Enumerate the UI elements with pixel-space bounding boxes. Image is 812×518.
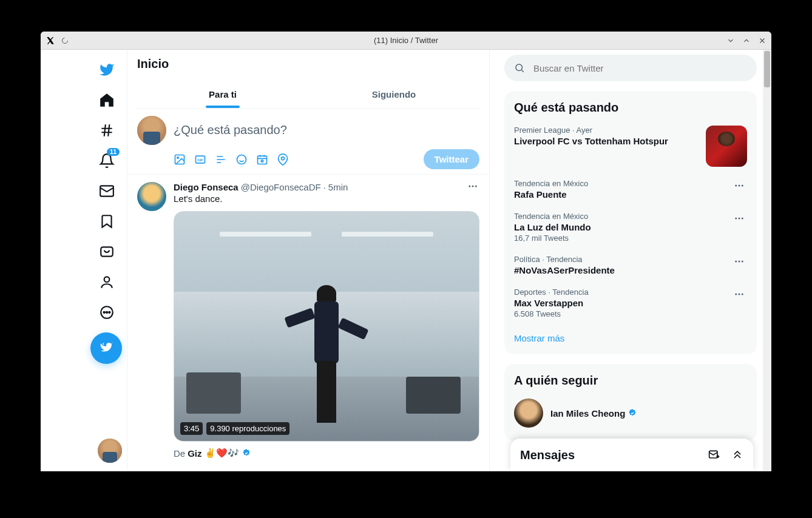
loading-icon (60, 36, 70, 45)
trend-more-icon[interactable] (731, 178, 747, 196)
poll-icon[interactable] (215, 153, 227, 166)
twitter-logo[interactable] (92, 55, 122, 85)
video-duration: 3:45 (180, 422, 203, 435)
trends-title: Qué está pasando (504, 98, 757, 119)
scrollbar[interactable] (763, 50, 771, 471)
svg-point-5 (104, 312, 105, 313)
trend-more-icon[interactable] (731, 286, 747, 304)
account-avatar[interactable] (98, 439, 122, 463)
tweet-author-name[interactable]: Diego Fonseca (174, 182, 239, 192)
trend-more-icon[interactable] (731, 254, 747, 272)
tweet-source[interactable]: De Giz ✌️❤️🎶 (174, 448, 479, 459)
svg-point-17 (472, 185, 474, 187)
nav-bookmarks[interactable] (92, 206, 122, 237)
timeline-tabs: Para ti Siguiendo (137, 81, 479, 109)
trends-show-more[interactable]: Mostrar más (504, 325, 757, 352)
source-emojis: ✌️❤️🎶 (205, 448, 239, 459)
titlebar: (11) Inicio / Twitter (41, 32, 771, 50)
svg-point-29 (735, 294, 737, 295)
trend-count: 6.508 Tweets (514, 309, 731, 318)
svg-point-3 (104, 277, 110, 282)
messages-drawer[interactable]: Mensajes (510, 439, 753, 471)
nav-messages[interactable] (92, 176, 122, 206)
nav-explore[interactable] (92, 115, 122, 146)
trend-meta: Premier League · Ayer (514, 126, 699, 135)
tweet-submit-button[interactable]: Twittear (424, 149, 479, 169)
trend-item[interactable]: Tendencia en MéxicoRafa Puente (504, 173, 757, 206)
scrollbar-thumb[interactable] (764, 51, 770, 87)
nav-more[interactable] (92, 297, 122, 328)
nav-notifications[interactable]: 11 (92, 146, 122, 176)
mess'-title: Mensajes (520, 448, 575, 462)
compose-tweet-button[interactable] (90, 332, 122, 364)
trend-meta: Tendencia en México (514, 179, 731, 188)
tweet-author-avatar[interactable] (137, 182, 166, 211)
trend-item[interactable]: Política · Tendencia#NoVasASerPresidente (504, 249, 757, 281)
svg-point-12 (237, 155, 246, 164)
svg-point-20 (735, 185, 737, 187)
close-button[interactable] (758, 36, 766, 45)
page-title: Inicio (137, 57, 479, 71)
window-title: (11) Inicio / Twitter (374, 36, 438, 45)
nav-twitter-blue[interactable] (92, 237, 122, 267)
svg-point-25 (742, 218, 743, 220)
search-input[interactable] (533, 63, 747, 73)
tweet-more-icon[interactable] (466, 180, 479, 195)
expand-icon[interactable] (731, 449, 743, 461)
emoji-icon[interactable] (235, 153, 248, 166)
maximize-button[interactable] (742, 36, 751, 45)
tab-for-you[interactable]: Para ti (137, 81, 308, 108)
schedule-icon[interactable] (256, 153, 268, 166)
svg-point-0 (63, 38, 68, 43)
follow-avatar[interactable] (514, 399, 543, 428)
left-sidebar: 11 (41, 50, 127, 471)
svg-point-31 (742, 294, 743, 295)
follow-suggestion[interactable]: Ian Miles Cheong . (504, 392, 757, 434)
svg-point-19 (516, 64, 523, 71)
trend-more-icon[interactable] (731, 210, 747, 229)
svg-point-9 (177, 156, 179, 158)
compose-avatar[interactable] (137, 116, 166, 145)
trend-item[interactable]: Premier League · AyerLiverpool FC vs Tot… (504, 119, 757, 173)
app-favicon (46, 36, 55, 45)
nav-profile[interactable] (92, 267, 122, 297)
follow-name: Ian Miles Cheong (550, 408, 718, 419)
location-icon[interactable] (277, 153, 289, 166)
new-message-icon[interactable] (708, 449, 720, 461)
trend-name: La Luz del Mundo (514, 222, 731, 232)
follow-panel: A quién seguir Ian Miles Cheong . (504, 364, 757, 441)
titlebar-left-icons (46, 36, 70, 45)
trend-meta: Tendencia en México (514, 212, 731, 221)
svg-point-6 (106, 312, 107, 313)
trend-name: Liverpool FC vs Tottenham Hotspur (514, 136, 699, 146)
svg-point-22 (742, 185, 743, 187)
trend-name: Max Verstappen (514, 298, 731, 308)
svg-point-23 (735, 218, 737, 220)
trend-name: Rafa Puente (514, 189, 731, 200)
search-icon (514, 62, 525, 73)
compose-toolbar: GIF (174, 153, 289, 166)
tweet-author-handle[interactable]: @DiegoFonsecaDF (241, 182, 321, 192)
svg-point-14 (261, 160, 263, 161)
svg-point-21 (739, 185, 740, 187)
minimize-button[interactable] (726, 36, 735, 45)
image-icon[interactable] (174, 153, 186, 166)
tweet-item[interactable]: Diego Fonseca @DiegoFonsecaDF · 5min Let… (127, 175, 489, 466)
compose-input[interactable]: ¿Qué está pasando? (174, 116, 479, 149)
gif-icon[interactable]: GIF (194, 153, 206, 166)
svg-point-28 (742, 261, 743, 263)
trend-meta: Política · Tendencia (514, 255, 731, 264)
app-window: (11) Inicio / Twitter 11 (41, 32, 771, 471)
nav-home[interactable] (92, 85, 122, 115)
tweet-text: Let's dance. (174, 193, 479, 204)
verified-icon (242, 448, 251, 458)
tweet-timestamp[interactable]: 5min (328, 182, 348, 192)
content-area: 11 (41, 50, 771, 471)
tweet-video[interactable]: 3:45 9.390 reproducciones (174, 211, 479, 442)
tab-following[interactable]: Siguiendo (308, 81, 479, 108)
svg-text:GIF: GIF (197, 158, 203, 161)
search-box[interactable] (504, 55, 757, 81)
trend-item[interactable]: Deportes · TendenciaMax Verstappen6.508 … (504, 281, 757, 325)
trend-item[interactable]: Tendencia en MéxicoLa Luz del Mundo16,7 … (504, 206, 757, 249)
compose-area: ¿Qué está pasando? GIF Twittear (127, 109, 489, 175)
